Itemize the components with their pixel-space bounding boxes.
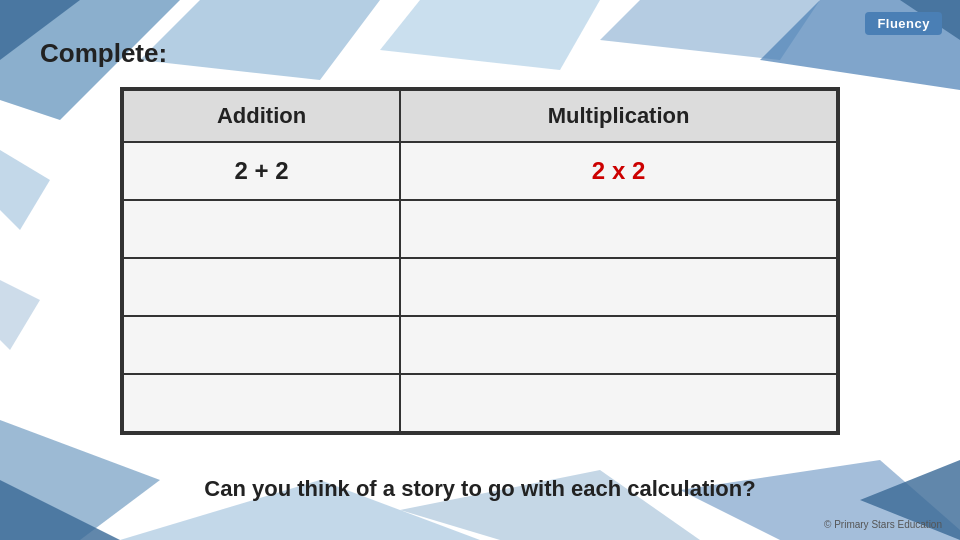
exercise-table-container: Addition Multiplication 2 + 2 2 x 2 bbox=[120, 87, 840, 435]
table-header-row: Addition Multiplication bbox=[123, 90, 837, 142]
table-row: 2 + 2 2 x 2 bbox=[123, 142, 837, 200]
multiplication-cell-1: 2 x 2 bbox=[400, 142, 837, 200]
column-header-multiplication: Multiplication bbox=[400, 90, 837, 142]
complete-label: Complete: bbox=[40, 38, 930, 69]
multiplication-cell-4 bbox=[400, 316, 837, 374]
addition-cell-3 bbox=[123, 258, 400, 316]
table-row bbox=[123, 200, 837, 258]
addition-cell-1: 2 + 2 bbox=[123, 142, 400, 200]
table-row bbox=[123, 258, 837, 316]
main-content: Complete: Addition Multiplication 2 + 2 … bbox=[0, 0, 960, 540]
addition-cell-4 bbox=[123, 316, 400, 374]
multiplication-cell-3 bbox=[400, 258, 837, 316]
table-row bbox=[123, 374, 837, 432]
addition-cell-2 bbox=[123, 200, 400, 258]
addition-cell-5 bbox=[123, 374, 400, 432]
multiplication-cell-2 bbox=[400, 200, 837, 258]
multiplication-cell-5 bbox=[400, 374, 837, 432]
multiplication-value-1: 2 x 2 bbox=[592, 157, 645, 184]
exercise-table: Addition Multiplication 2 + 2 2 x 2 bbox=[122, 89, 838, 433]
column-header-addition: Addition bbox=[123, 90, 400, 142]
table-row bbox=[123, 316, 837, 374]
